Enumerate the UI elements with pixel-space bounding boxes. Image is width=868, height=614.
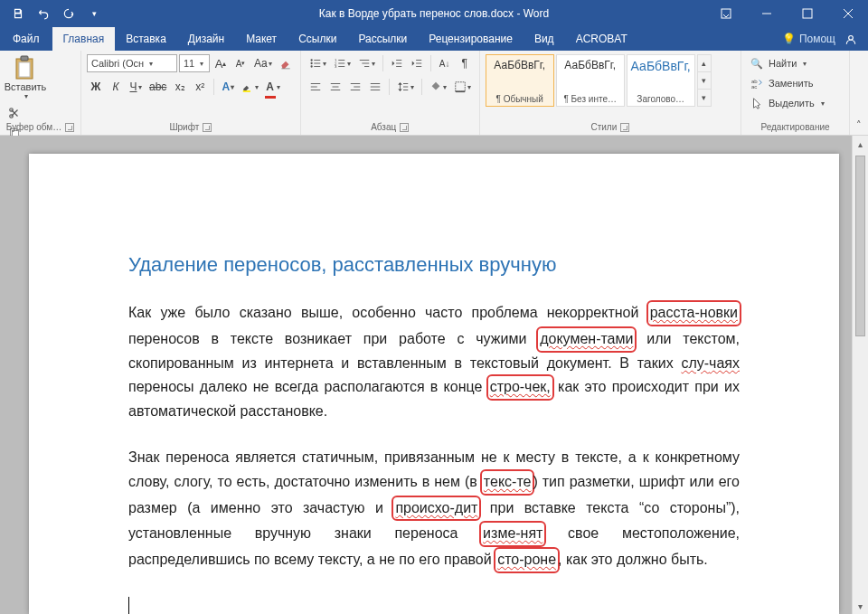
vertical-scrollbar[interactable]: ▴ ▾: [852, 136, 868, 614]
bullets-button[interactable]: ▾: [307, 54, 329, 72]
collapse-ribbon-button[interactable]: ˄: [856, 119, 862, 131]
style-no-spacing[interactable]: АаБбВвГг, ¶ Без инте…: [556, 54, 625, 107]
group-clipboard: Вставить ▾ Буфер обм…: [0, 51, 81, 135]
window-controls: [705, 0, 868, 27]
tell-me-box[interactable]: 💡 Помощ: [782, 33, 835, 45]
tab-layout[interactable]: Макет: [235, 27, 288, 51]
scroll-thumb[interactable]: [855, 156, 865, 336]
group-label-styles: Стили: [590, 122, 617, 132]
numbering-button[interactable]: 123▾: [331, 54, 354, 72]
group-label-clipboard: Буфер обм…: [6, 122, 61, 132]
tab-mailings[interactable]: Рассылки: [347, 27, 418, 51]
cut-button[interactable]: [5, 104, 24, 122]
style-normal[interactable]: АаБбВвГг, ¶ Обычный: [486, 54, 554, 107]
change-case-button[interactable]: Aa▾: [251, 54, 275, 72]
svg-rect-12: [243, 90, 250, 92]
font-launcher[interactable]: [203, 123, 212, 132]
svg-text:ac: ac: [751, 83, 757, 90]
share-button[interactable]: [841, 29, 861, 49]
redo-button[interactable]: [58, 3, 80, 24]
clear-formatting-button[interactable]: [277, 54, 295, 72]
underline-button[interactable]: Ч▾: [127, 78, 145, 96]
select-button[interactable]: Выделить▾: [747, 94, 844, 112]
doc-paragraph-2: Знак переноса является статичным, привяз…: [128, 447, 740, 573]
search-icon: 🔍: [750, 58, 763, 70]
ribbon: Вставить ▾ Буфер обм… Calibri (Осн▾ 11▾ …: [0, 51, 868, 136]
style-heading1[interactable]: АаБбВвГг, Заголово…: [627, 54, 695, 107]
svg-rect-6: [21, 56, 28, 61]
align-center-button[interactable]: [326, 78, 344, 96]
scroll-up-icon[interactable]: ▴: [853, 136, 868, 152]
chevron-up-icon[interactable]: ▴: [698, 55, 711, 72]
paste-label: Вставить: [5, 81, 47, 92]
svg-rect-49: [455, 82, 465, 92]
shading-button[interactable]: ▾: [427, 78, 449, 96]
increase-indent-button[interactable]: [408, 54, 426, 72]
group-font: Calibri (Осн▾ 11▾ A▴ A▾ Aa▾ Ж К Ч▾ abc x…: [81, 51, 301, 135]
svg-rect-2: [803, 9, 812, 18]
sort-button[interactable]: A↓: [436, 54, 454, 72]
paste-button[interactable]: Вставить ▾: [5, 54, 45, 100]
ribbon-options-button[interactable]: [705, 0, 746, 27]
multilevel-button[interactable]: ▾: [355, 54, 378, 72]
chevron-down-icon: ▾: [24, 92, 28, 100]
minimize-button[interactable]: [746, 0, 787, 27]
svg-point-13: [310, 59, 312, 61]
svg-point-14: [310, 62, 312, 64]
font-name-combo[interactable]: Calibri (Осн▾: [87, 54, 177, 72]
styles-launcher[interactable]: [620, 123, 629, 132]
clipboard-icon: [13, 54, 38, 81]
shrink-font-button[interactable]: A▾: [231, 54, 250, 72]
replace-button[interactable]: abac Заменить: [747, 74, 844, 92]
save-button[interactable]: [7, 3, 29, 24]
tab-view[interactable]: Вид: [524, 27, 565, 51]
clipboard-launcher[interactable]: [65, 123, 74, 132]
close-button[interactable]: [827, 0, 868, 27]
chevron-down-icon[interactable]: ▾: [698, 72, 711, 90]
font-color-button[interactable]: A▾: [263, 78, 283, 96]
find-button[interactable]: 🔍 Найти▾: [747, 54, 844, 72]
tab-review[interactable]: Рецензирование: [418, 27, 524, 51]
justify-button[interactable]: [366, 78, 384, 96]
subscript-button[interactable]: x₂: [171, 78, 189, 96]
maximize-button[interactable]: [787, 0, 827, 27]
scroll-down-icon[interactable]: ▾: [853, 598, 868, 614]
bold-button[interactable]: Ж: [87, 78, 105, 96]
pilcrow-button[interactable]: ¶: [456, 54, 474, 72]
line-spacing-button[interactable]: ▾: [394, 78, 417, 96]
group-label-font: Шрифт: [169, 122, 199, 132]
group-editing: 🔍 Найти▾ abac Заменить Выделить▾ Редакти…: [741, 51, 850, 135]
gallery-expand-icon[interactable]: ▾: [698, 90, 711, 106]
group-label-paragraph: Абзац: [371, 122, 396, 132]
tab-acrobat[interactable]: ACROBAT: [565, 27, 638, 51]
document-page[interactable]: Удаление переносов, расставленных вручну…: [29, 154, 839, 614]
text-cursor: [128, 597, 129, 614]
title-bar: ▾ Как в Ворде убрать перенос слов.docx -…: [0, 0, 868, 27]
tab-references[interactable]: Ссылки: [288, 27, 347, 51]
group-paragraph: ▾ 123▾ ▾ A↓ ¶ ▾ ▾ ▾ Абза: [301, 51, 480, 135]
tab-file[interactable]: Файл: [0, 27, 52, 51]
style-gallery-scroll[interactable]: ▴ ▾ ▾: [697, 54, 712, 107]
replace-icon: abac: [750, 77, 763, 90]
borders-button[interactable]: ▾: [451, 78, 474, 96]
tab-design[interactable]: Дизайн: [177, 27, 235, 51]
superscript-button[interactable]: x²: [191, 78, 209, 96]
tab-home[interactable]: Главная: [52, 27, 116, 51]
grow-font-button[interactable]: A▴: [212, 54, 230, 72]
text-effects-button[interactable]: A▾: [219, 78, 237, 96]
highlight-button[interactable]: ▾: [239, 78, 261, 96]
doc-paragraph-1: Как уже было сказано выше, особенно част…: [128, 300, 740, 423]
align-left-button[interactable]: [307, 78, 325, 96]
style-gallery: АаБбВвГг, ¶ Обычный АаБбВвГг, ¶ Без инте…: [486, 54, 735, 110]
undo-button[interactable]: [33, 3, 54, 24]
strikethrough-button[interactable]: abc: [146, 78, 169, 96]
tab-insert[interactable]: Вставка: [115, 27, 177, 51]
svg-text:3: 3: [335, 64, 337, 69]
italic-button[interactable]: К: [107, 78, 125, 96]
decrease-indent-button[interactable]: [388, 54, 406, 72]
qat-customize[interactable]: ▾: [83, 3, 105, 24]
cursor-icon: [750, 97, 763, 109]
font-size-combo[interactable]: 11▾: [179, 54, 210, 72]
align-right-button[interactable]: [346, 78, 364, 96]
paragraph-launcher[interactable]: [400, 123, 409, 132]
